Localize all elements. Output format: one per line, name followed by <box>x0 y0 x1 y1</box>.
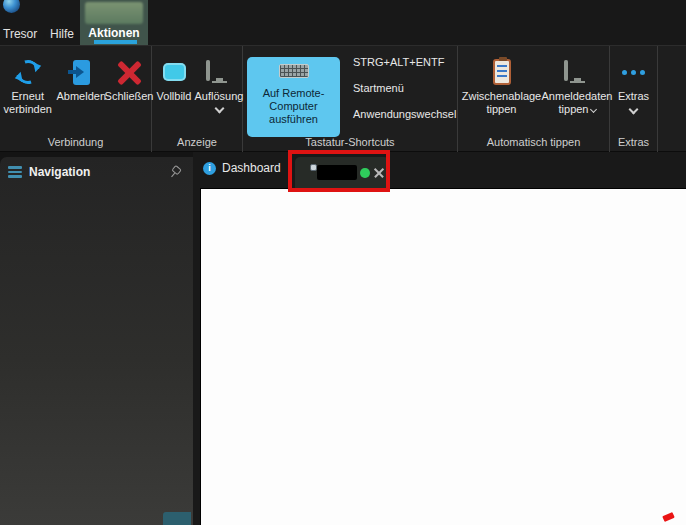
chevron-down-icon <box>589 106 596 113</box>
type-credentials-label-line1: Anmeldedaten <box>542 90 613 103</box>
pin-icon[interactable] <box>167 164 184 181</box>
autotippen-buttons: Zwischenablage tippen Anmeldedaten tippe… <box>458 46 609 116</box>
chevron-down-icon[interactable] <box>214 104 224 114</box>
shortcut-startmenu[interactable]: Startmenü <box>353 82 456 94</box>
ribbon-group-anzeige: Vollbild Auflösung Anzeige <box>152 46 243 152</box>
chevron-down-icon <box>629 105 639 115</box>
app-window: Tresor Hilfe Aktionen Erneut verbinden <box>0 0 686 525</box>
type-credentials-button[interactable]: Anmeldedaten tippen <box>545 54 609 116</box>
keyboard-icon <box>279 64 309 78</box>
navigation-sidebar: Navigation <box>0 157 193 525</box>
fullscreen-label: Vollbild <box>157 90 192 103</box>
info-icon <box>203 162 216 175</box>
navigation-header: Navigation <box>0 157 193 187</box>
execute-on-remote-button[interactable]: Auf Remote-Computer ausführen <box>247 57 340 137</box>
remote-content-area[interactable] <box>200 188 686 525</box>
ribbon-group-tastatur: Auf Remote-Computer ausführen STRG+ALT+E… <box>243 46 458 152</box>
aktionen-tab-highlight <box>85 2 143 24</box>
titlebar: Tresor Hilfe Aktionen <box>0 0 686 45</box>
shortcut-list: STRG+ALT+ENTF Startmenü Anwendungswechse… <box>353 56 456 120</box>
ribbon-group-verbindung: Erneut verbinden Abmelden Schließen Verb… <box>0 46 152 152</box>
sidebar-corner-patch <box>163 512 191 525</box>
group-label-anzeige: Anzeige <box>152 136 242 148</box>
refresh-icon <box>12 56 44 88</box>
tab-dashboard-label: Dashboard <box>222 161 281 175</box>
ribbon-group-autotippen: Zwischenablage tippen Anmeldedaten tippe… <box>458 46 610 152</box>
extras-label: Extras <box>618 90 649 103</box>
signout-icon <box>73 60 90 85</box>
shortcut-app-switch[interactable]: Anwendungswechsel <box>353 108 456 120</box>
menu-tab-tresor[interactable]: Tresor <box>3 27 37 41</box>
group-label-tastatur: Tastatur-Shortcuts <box>243 136 457 148</box>
reconnect-label-line1: Erneut <box>4 90 52 103</box>
reconnect-label-line2: verbinden <box>4 103 52 116</box>
menu-tab-aktionen[interactable]: Aktionen <box>80 0 148 45</box>
fullscreen-button[interactable]: Vollbild <box>152 54 196 103</box>
ellipsis-icon <box>622 70 645 75</box>
verbindung-buttons: Erneut verbinden Abmelden Schließen <box>0 46 151 116</box>
clipboard-icon <box>493 59 511 85</box>
reconnect-button[interactable]: Erneut verbinden <box>0 54 55 116</box>
hamburger-menu-icon[interactable] <box>8 166 22 178</box>
group-label-verbindung: Verbindung <box>0 136 151 148</box>
type-clipboard-label-line1: Zwischenablage <box>462 90 542 103</box>
active-tab-underline <box>94 40 137 44</box>
app-logo-icon[interactable] <box>3 0 20 13</box>
close-x-icon <box>116 59 143 86</box>
extras-buttons: Extras <box>610 46 657 113</box>
close-label: Schließen <box>105 90 154 103</box>
signout-label: Abmelden <box>56 90 106 103</box>
anzeige-buttons: Vollbild Auflösung <box>152 46 242 112</box>
type-clipboard-label-line2: tippen <box>462 103 542 116</box>
close-connection-button[interactable]: Schließen <box>107 54 151 103</box>
resolution-label: Auflösung <box>195 90 244 103</box>
group-label-extras: Extras <box>610 136 657 148</box>
tab-strip: Dashboard <box>193 152 686 188</box>
monitor-icon <box>564 62 591 83</box>
tab-dashboard[interactable]: Dashboard <box>203 161 281 175</box>
menu-tab-aktionen-label: Aktionen <box>80 26 148 40</box>
navigation-title: Navigation <box>29 165 169 179</box>
monitor-icon <box>206 62 233 83</box>
signout-button[interactable]: Abmelden <box>55 54 107 103</box>
shortcut-ctrl-alt-del[interactable]: STRG+ALT+ENTF <box>353 56 456 68</box>
execute-on-remote-label: Auf Remote-Computer ausführen <box>250 87 338 126</box>
ribbon-group-extras: Extras Extras <box>610 46 658 152</box>
main-area: Dashboard <box>193 152 686 525</box>
fullscreen-icon <box>163 63 186 81</box>
resolution-button[interactable]: Auflösung <box>196 54 242 112</box>
type-credentials-label-line2: tippen <box>542 103 613 116</box>
annotation-highlight-box <box>288 150 390 192</box>
menu-tab-hilfe[interactable]: Hilfe <box>50 27 74 41</box>
type-clipboard-button[interactable]: Zwischenablage tippen <box>458 54 545 116</box>
group-label-autotippen: Automatisch tippen <box>458 136 609 148</box>
ribbon-toolbar: Erneut verbinden Abmelden Schließen Verb… <box>0 45 686 152</box>
extras-button[interactable]: Extras <box>612 54 656 113</box>
